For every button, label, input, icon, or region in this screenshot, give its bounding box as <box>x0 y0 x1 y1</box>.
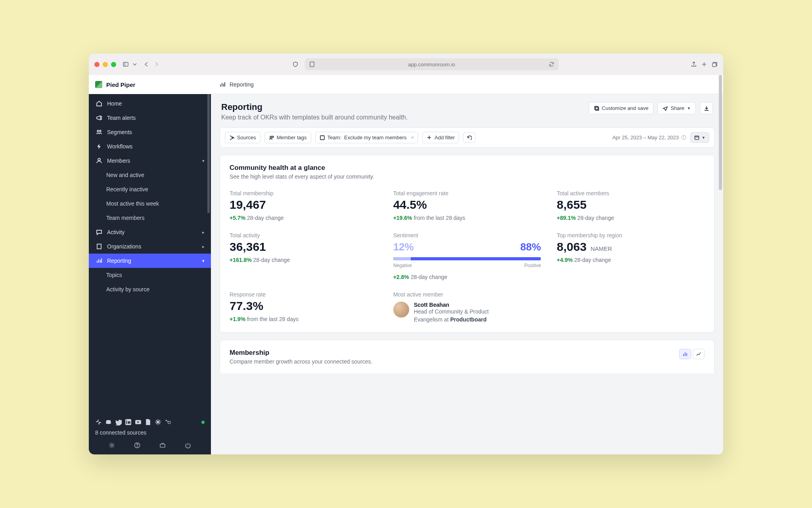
breadcrumb: Reporting <box>211 75 723 94</box>
member-name[interactable]: Scott Beahan <box>414 302 517 308</box>
info-icon[interactable] <box>681 135 686 140</box>
minimize-window-button[interactable] <box>103 62 108 67</box>
add-filter-button[interactable]: Add filter <box>422 132 459 143</box>
person-icon <box>96 158 102 164</box>
filter-member-tags[interactable]: Member tags <box>264 132 311 143</box>
undo-icon <box>467 135 472 140</box>
svg-point-7 <box>100 130 101 132</box>
customize-save-button[interactable]: Customize and save <box>589 102 654 114</box>
share-icon[interactable] <box>691 61 697 67</box>
youtube-icon <box>135 419 142 425</box>
help-icon[interactable] <box>134 442 141 449</box>
svg-point-8 <box>98 158 100 161</box>
page-header: Reporting Keep track of OKRs with templa… <box>211 94 723 127</box>
chevron-down-icon[interactable] <box>133 62 137 66</box>
stat-top-region: Top membership by region 8,063NAMER +4.9… <box>557 232 705 280</box>
briefcase-icon[interactable] <box>159 442 166 449</box>
megaphone-icon <box>96 115 102 121</box>
reset-filters-button[interactable] <box>463 132 475 143</box>
chevron-right-icon: ▸ <box>202 244 205 249</box>
sidebar-item-team-members[interactable]: Team members <box>89 211 211 225</box>
workspace-switcher[interactable]: Pied Piper <box>89 75 211 94</box>
tabs-icon[interactable] <box>711 61 718 67</box>
svg-rect-17 <box>126 421 127 423</box>
calendar-icon <box>694 135 699 140</box>
line-chart-icon <box>696 351 701 357</box>
forward-icon[interactable] <box>153 61 160 67</box>
sidebar-item-new-active[interactable]: New and active <box>89 168 211 182</box>
share-button[interactable]: Share ▼ <box>657 102 696 114</box>
slack-icon <box>95 419 102 425</box>
svg-rect-31 <box>320 136 324 140</box>
sidebar-item-segments[interactable]: Segments <box>89 125 211 139</box>
doc-icon <box>145 419 151 425</box>
address-bar[interactable]: app.commonroom.io <box>305 58 559 70</box>
sidebar-item-recently-inactive[interactable]: Recently inactive <box>89 182 211 196</box>
app-frame: Pied Piper Home Team alerts Segments <box>89 75 723 454</box>
browser-chrome: app.commonroom.io <box>89 54 723 75</box>
panel-membership: Membership Compare member growth across … <box>220 340 714 373</box>
close-window-button[interactable] <box>94 62 100 67</box>
page-title: Reporting <box>221 102 582 112</box>
chart-type-toggle <box>679 349 705 359</box>
sidebar-item-organizations[interactable]: Organizations ▸ <box>89 239 211 254</box>
sidebar-item-most-active-week[interactable]: Most active this week <box>89 196 211 211</box>
filter-sources[interactable]: Sources <box>225 132 260 143</box>
new-tab-icon[interactable] <box>701 61 707 67</box>
panel-title: Membership <box>230 349 674 357</box>
status-dot <box>201 421 205 424</box>
svg-point-25 <box>137 447 137 447</box>
page-subtitle: Keep track of OKRs with templates built … <box>221 114 582 121</box>
traffic-lights[interactable] <box>94 62 116 67</box>
download-button[interactable] <box>700 102 713 114</box>
gear-icon[interactable] <box>109 442 115 449</box>
scrollbar-thumb[interactable] <box>719 75 722 190</box>
back-icon[interactable] <box>143 61 149 67</box>
reload-icon[interactable] <box>548 61 555 67</box>
stat-most-active-member: Most active member Scott Beahan Head of … <box>393 291 705 323</box>
stat-response-rate: Response rate 77.3% +1.9% from the last … <box>230 291 377 323</box>
avatar <box>393 302 409 318</box>
filter-team[interactable]: Team: Exclude my team members × <box>315 132 419 143</box>
chevron-down-icon: ▾ <box>202 158 205 164</box>
sidebar-item-team-alerts[interactable]: Team alerts <box>89 111 211 125</box>
building-icon <box>96 243 102 250</box>
lightning-icon <box>96 143 102 150</box>
filter-bar: Sources Member tags Team: Exclude my tea… <box>220 127 714 148</box>
sidebar-item-reporting[interactable]: Reporting ▾ <box>89 254 211 268</box>
connected-source-icons[interactable] <box>95 419 205 425</box>
sources-count-label[interactable]: 8 connected sources <box>95 429 205 436</box>
browser-window: app.commonroom.io Pied Piper Home <box>89 54 723 454</box>
svg-point-29 <box>270 136 272 138</box>
toggle-bar-chart[interactable] <box>679 349 691 359</box>
snowflake-icon <box>155 419 161 425</box>
discord-icon <box>105 419 112 425</box>
toggle-line-chart[interactable] <box>693 349 705 359</box>
date-picker-button[interactable]: ▼ <box>690 132 709 143</box>
sidebar-item-activity-by-source[interactable]: Activity by source <box>89 282 211 296</box>
panel-community-health: Community health at a glance See the hig… <box>220 155 714 333</box>
sidebar-toggle-icon[interactable] <box>123 61 129 67</box>
stat-sentiment: Sentiment 12% 88% Negative Positive +2.8… <box>393 232 541 280</box>
breadcrumb-label: Reporting <box>230 81 254 88</box>
chevron-down-icon: ▾ <box>202 258 205 264</box>
svg-rect-5 <box>712 63 716 67</box>
hubspot-icon <box>165 419 171 425</box>
remove-filter-icon[interactable]: × <box>411 135 414 140</box>
linkedin-icon <box>125 419 132 425</box>
svg-point-23 <box>111 444 113 446</box>
sidebar-item-members[interactable]: Members ▾ <box>89 154 211 168</box>
chevron-right-icon: ▸ <box>202 230 205 235</box>
sidebar-item-home[interactable]: Home <box>89 96 211 111</box>
sidebar-item-workflows[interactable]: Workflows <box>89 139 211 154</box>
sidebar-item-activity[interactable]: Activity ▸ <box>89 225 211 239</box>
reader-icon <box>309 61 315 67</box>
maximize-window-button[interactable] <box>111 62 116 67</box>
power-icon[interactable] <box>185 442 192 449</box>
chevron-down-icon: ▼ <box>702 136 705 140</box>
svg-rect-15 <box>99 423 100 425</box>
sidebar-item-topics[interactable]: Topics <box>89 268 211 282</box>
svg-rect-9 <box>97 244 101 249</box>
member-role: Head of Community & Product Evangelism a… <box>414 308 517 323</box>
shield-icon[interactable] <box>292 61 299 67</box>
